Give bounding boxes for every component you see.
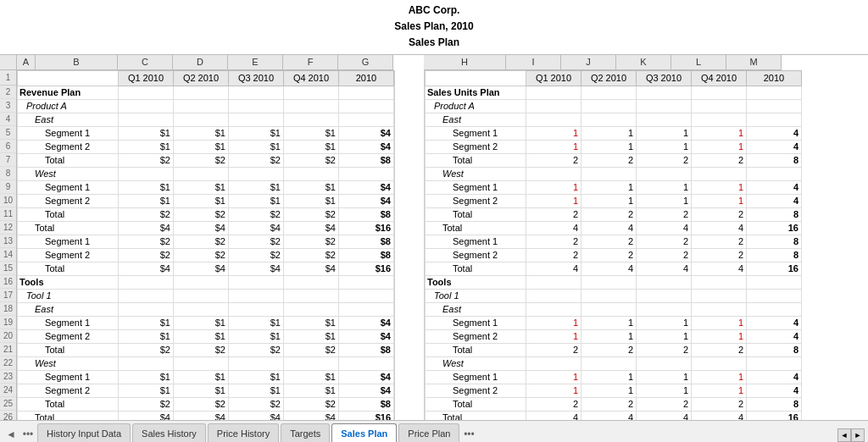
table-row: West — [18, 167, 394, 180]
row-num-22: 22 — [0, 356, 16, 370]
table-row: Tools — [18, 275, 394, 289]
row-num-12: 12 — [0, 221, 16, 235]
cell-total-west: Total — [18, 207, 119, 221]
cell-r-t-total: Total — [426, 411, 526, 420]
right-q2-header: Q2 2010 — [581, 70, 637, 86]
cell-r-t-seg2-w: Segment 2 — [426, 384, 526, 397]
col-header-j: J — [561, 55, 616, 70]
cell-r-tools: Tools — [426, 275, 526, 289]
cell-sales-units: Sales Units Plan — [426, 86, 526, 99]
row-num-21: 21 — [0, 343, 16, 356]
table-row: Segment 2 $1 $1 $1 $1 $4 — [18, 329, 394, 343]
left-q4-header: Q4 2010 — [284, 70, 339, 86]
cell-tool1: Tool 1 — [18, 289, 119, 302]
title-line1: ABC Corp. — [0, 3, 868, 19]
table-row: Total 2 2 2 2 8 — [426, 397, 802, 411]
left-q1-header: Q1 2010 — [119, 70, 174, 86]
table-row: Tool 1 — [426, 289, 802, 302]
right-label-col-header — [426, 70, 526, 86]
row-num-2: 2 — [0, 86, 16, 99]
title-line3: Sales Plan — [0, 35, 868, 51]
col-header-i: I — [506, 55, 561, 70]
right-header-row: Q1 2010 Q2 2010 Q3 2010 Q4 2010 2010 — [426, 70, 802, 86]
col-header-m: M — [726, 55, 782, 70]
row-numbers: 1 2 3 4 5 6 7 8 9 10 11 12 13 14 15 16 1… — [0, 70, 17, 420]
tab-price-history[interactable]: Price History — [208, 423, 279, 442]
tab-price-plan[interactable]: Price Plan — [398, 423, 459, 442]
table-row: East — [426, 113, 802, 126]
sheet-nav-left[interactable]: ◄ — [837, 428, 851, 442]
right-q3-header: Q3 2010 — [637, 70, 692, 86]
cell-r-east: East — [426, 113, 526, 126]
cell-seg1-w: Segment 1 — [18, 180, 119, 194]
row-num-9: 9 — [0, 180, 16, 194]
table-row: Tool 1 — [18, 289, 394, 302]
table-row: Total $4 $4 $4 $4 $16 — [18, 411, 394, 420]
tab-sales-history[interactable]: Sales History — [132, 423, 206, 442]
cell-tools: Tools — [18, 275, 119, 289]
table-row: East — [18, 113, 394, 126]
cell-r-t-seg1-w: Segment 1 — [426, 370, 526, 384]
table-row: Segment 1 $1 $1 $1 $1 $4 — [18, 126, 394, 140]
row-num-24: 24 — [0, 384, 16, 397]
table-row: Segment 2 1 1 1 1 4 — [426, 384, 802, 397]
right-q4-header: Q4 2010 — [692, 70, 747, 86]
table-row: Segment 1 $1 $1 $1 $1 $4 — [18, 180, 394, 194]
tab-bar: ◄ ••• History Input Data Sales History P… — [0, 420, 868, 442]
sheet-nav-right[interactable]: ► — [851, 428, 865, 442]
row-num-14: 14 — [0, 248, 16, 262]
cell-seg1: Segment 1 — [18, 126, 119, 140]
table-row: West — [426, 167, 802, 180]
table-row: Total $2 $2 $2 $2 $8 — [18, 397, 394, 411]
row-num-5: 5 — [0, 126, 16, 140]
row-num-13: 13 — [0, 235, 16, 248]
col-header-h: H — [424, 55, 506, 70]
cell-t-seg2-w: Segment 2 — [18, 384, 119, 397]
tab-nav-dots[interactable]: ••• — [20, 427, 36, 442]
cell-r-seg2: Segment 2 — [426, 140, 526, 153]
row-num-25: 25 — [0, 397, 16, 411]
table-row: Revenue Plan — [18, 86, 394, 99]
table-row: Segment 2 $1 $1 $1 $1 $4 — [18, 194, 394, 207]
cell-revenue-plan: Revenue Plan — [18, 86, 119, 99]
table-row: Total $2 $2 $2 $2 $8 — [18, 343, 394, 356]
tab-nav-left[interactable]: ◄ — [3, 427, 19, 442]
tab-sales-plan[interactable]: Sales Plan — [331, 423, 397, 442]
table-row: Segment 1 $1 $1 $1 $1 $4 — [18, 316, 394, 329]
row-num-11: 11 — [0, 207, 16, 221]
tab-history-input[interactable]: History Input Data — [37, 423, 131, 442]
cell-r-t-total-e: Total — [426, 343, 526, 356]
table-row: Tools — [426, 275, 802, 289]
row-num-10: 10 — [0, 194, 16, 207]
table-row: Product A — [18, 99, 394, 113]
cell-east: East — [18, 113, 119, 126]
cell-r-total-pa: Total — [426, 221, 526, 235]
left-q2-header: Q2 2010 — [174, 70, 229, 86]
table-row: Segment 2 $1 $1 $1 $1 $4 — [18, 384, 394, 397]
row-num-18: 18 — [0, 302, 16, 316]
table-row: Total 2 2 2 2 8 — [426, 343, 802, 356]
cell-r-seg2-w: Segment 2 — [426, 194, 526, 207]
cell-r-total-e: Total — [426, 153, 526, 167]
row-num-26: 26 — [0, 411, 16, 420]
col-gap — [393, 55, 424, 70]
table-row: East — [426, 302, 802, 316]
sales-units-plan-table: Q1 2010 Q2 2010 Q3 2010 Q4 2010 2010 Sal… — [425, 70, 802, 420]
col-header-k: K — [616, 55, 671, 70]
table-row: Segment 2 $1 $1 $1 $1 $4 — [18, 140, 394, 153]
cell-r-seg1-tot: Segment 1 — [426, 235, 526, 248]
cell-east2: East — [18, 302, 119, 316]
row-num-20: 20 — [0, 329, 16, 343]
col-header-rest — [782, 55, 868, 70]
cell-r-total-all: Total — [426, 262, 526, 275]
tab-nav-dots2[interactable]: ••• — [461, 427, 476, 442]
row-num-3: 3 — [0, 99, 16, 113]
table-row: Segment 1 1 1 1 1 4 — [426, 126, 802, 140]
table-row: Sales Units Plan — [426, 86, 802, 99]
cell-r-seg1: Segment 1 — [426, 126, 526, 140]
col-header-b: B — [36, 55, 118, 70]
left-label-col-header — [18, 70, 119, 86]
tab-targets[interactable]: Targets — [281, 423, 330, 442]
cell-r-tool1: Tool 1 — [426, 289, 526, 302]
right-year-header: 2010 — [747, 70, 802, 86]
